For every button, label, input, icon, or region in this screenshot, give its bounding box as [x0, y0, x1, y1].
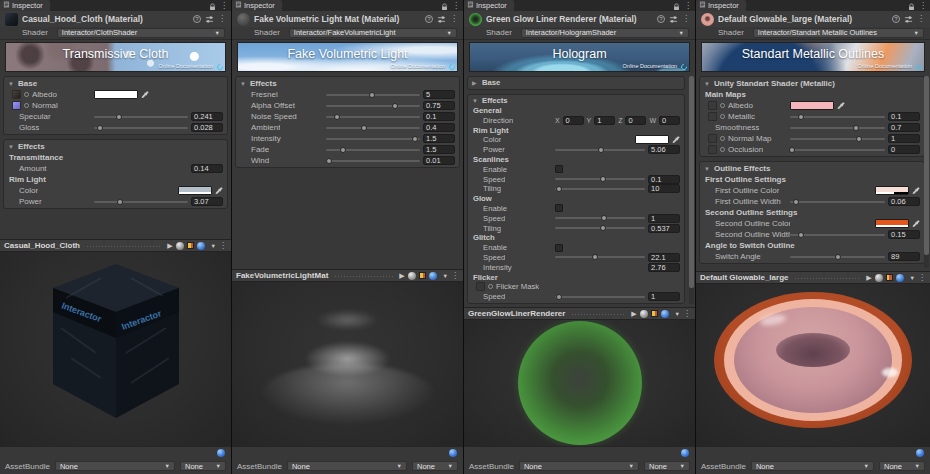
chevron-down-icon[interactable]: ▼ [907, 275, 915, 281]
color-swatch[interactable] [875, 186, 909, 195]
render-mode-sphere-icon[interactable] [429, 272, 437, 280]
value-field[interactable]: 0.1 [423, 112, 455, 121]
slider[interactable] [326, 138, 420, 140]
value-field[interactable]: 0.01 [423, 156, 455, 165]
slider[interactable] [326, 94, 420, 96]
tab-inspector[interactable]: Inspector [232, 0, 282, 11]
preview-header[interactable]: Casual_Hood_Cloth▶▼⋮ [0, 239, 231, 252]
texture-icon[interactable] [886, 274, 893, 281]
slider-handle[interactable] [412, 136, 418, 142]
slider[interactable] [555, 188, 645, 190]
value-field[interactable]: 2.76 [648, 263, 680, 272]
slider-handle[interactable] [334, 114, 340, 120]
slider-handle[interactable] [598, 147, 604, 153]
material-preview-icon[interactable] [5, 13, 18, 26]
preview-header[interactable]: Default Glowable_large▶▼⋮ [696, 271, 930, 284]
value-field[interactable]: 0.06 [888, 197, 920, 206]
material-preview[interactable]: InteractorInteractor [0, 252, 231, 446]
slider-handle[interactable] [369, 92, 375, 98]
help-icon[interactable]: ? [193, 15, 201, 23]
cloud-bubble-icon[interactable] [681, 449, 689, 457]
shader-dropdown[interactable]: Interactor/ClothShader▼ [57, 28, 225, 38]
assetbundle-variant-dropdown[interactable]: None▼ [644, 461, 690, 471]
orbit-sphere-icon[interactable] [176, 242, 184, 250]
slider[interactable] [790, 138, 885, 140]
orbit-sphere-icon[interactable] [640, 310, 648, 318]
assetbundle-variant-dropdown[interactable]: None▼ [180, 461, 226, 471]
render-mode-sphere-icon[interactable] [197, 242, 205, 250]
cloud-bubble-icon[interactable] [449, 449, 457, 457]
texture-thumb[interactable] [708, 134, 717, 143]
texture-icon[interactable] [651, 310, 658, 317]
object-picker-icon[interactable] [720, 103, 725, 108]
slider-handle[interactable] [116, 114, 122, 120]
value-field[interactable]: 0.241 [191, 112, 223, 121]
preview-header[interactable]: FakeVolumetricLightMat▶▼⋮ [232, 269, 463, 282]
foldout-outline-effects[interactable]: ▼Outline Effects [700, 163, 924, 174]
slider[interactable] [790, 127, 885, 129]
value-field[interactable]: 89 [888, 252, 920, 261]
slider-handle[interactable] [789, 147, 795, 153]
online-documentation-link[interactable]: Online Documentation [391, 63, 445, 69]
value-field[interactable]: 1.5 [423, 145, 455, 154]
value-field[interactable]: 0.14 [191, 164, 223, 173]
slider-handle[interactable] [340, 147, 346, 153]
slider-handle[interactable] [600, 176, 606, 182]
chevron-down-icon[interactable]: ▼ [208, 243, 216, 249]
value-field[interactable]: 0 [888, 145, 920, 154]
texture-thumb[interactable] [708, 145, 717, 154]
presets-icon[interactable] [205, 10, 214, 28]
object-picker-icon[interactable] [24, 103, 29, 108]
value-field[interactable]: 3.07 [191, 197, 223, 206]
slider-handle[interactable] [798, 232, 804, 238]
slider[interactable] [790, 201, 885, 203]
drag-handle-dots[interactable] [334, 274, 393, 277]
shader-dropdown[interactable]: Interactor/FakeVolumetricLight▼ [289, 28, 457, 38]
slider-handle[interactable] [326, 158, 332, 164]
presets-icon[interactable] [669, 10, 678, 28]
slider-handle[interactable] [556, 186, 562, 192]
object-picker-icon[interactable] [720, 114, 725, 119]
slider[interactable] [555, 178, 645, 180]
vector-field-z[interactable]: 0 [625, 116, 646, 125]
material-preview[interactable] [464, 320, 695, 446]
slider[interactable] [326, 149, 420, 151]
eyedropper-icon[interactable] [215, 187, 223, 195]
tab-inspector[interactable]: Inspector [0, 0, 50, 11]
tab-inspector[interactable]: Inspector [696, 0, 746, 11]
texture-thumb[interactable] [12, 101, 21, 110]
value-field[interactable]: 0.537 [648, 224, 680, 233]
slider-handle[interactable] [361, 125, 367, 131]
color-swatch[interactable] [635, 135, 669, 144]
material-preview-icon[interactable] [237, 13, 250, 26]
texture-icon[interactable] [187, 242, 194, 249]
color-swatch[interactable] [94, 90, 138, 99]
cloud-bubble-icon[interactable] [217, 449, 225, 457]
slider-handle[interactable] [592, 254, 598, 260]
eyedropper-icon[interactable] [141, 91, 149, 99]
slider[interactable] [555, 256, 645, 258]
assetbundle-dropdown[interactable]: None▼ [287, 461, 407, 471]
slider[interactable] [790, 149, 885, 151]
preview-header[interactable]: GreenGlowLinerRenderer▶▼⋮ [464, 307, 695, 320]
color-swatch[interactable] [875, 219, 909, 228]
vector-field-x[interactable]: 0 [563, 116, 584, 125]
value-field[interactable]: 0.15 [888, 230, 920, 239]
value-field[interactable]: 0.7 [888, 123, 920, 132]
value-field[interactable]: 22.1 [648, 253, 680, 262]
online-documentation-link[interactable]: Online Documentation [159, 63, 213, 69]
play-icon[interactable]: ▶ [167, 242, 172, 249]
assetbundle-dropdown[interactable]: None▼ [55, 461, 175, 471]
value-field[interactable]: 1 [648, 292, 680, 301]
assetbundle-dropdown[interactable]: None▼ [519, 461, 639, 471]
value-field[interactable]: 10 [648, 184, 680, 193]
object-picker-icon[interactable] [24, 92, 29, 97]
render-mode-sphere-icon[interactable] [661, 310, 669, 318]
texture-thumb[interactable] [708, 101, 717, 110]
more-icon[interactable]: ⋮ [220, 2, 228, 10]
play-icon[interactable]: ▶ [399, 272, 404, 279]
slider[interactable] [326, 127, 420, 129]
slider-handle[interactable] [97, 125, 103, 131]
presets-icon[interactable] [904, 10, 913, 28]
value-field[interactable]: 0.4 [423, 123, 455, 132]
